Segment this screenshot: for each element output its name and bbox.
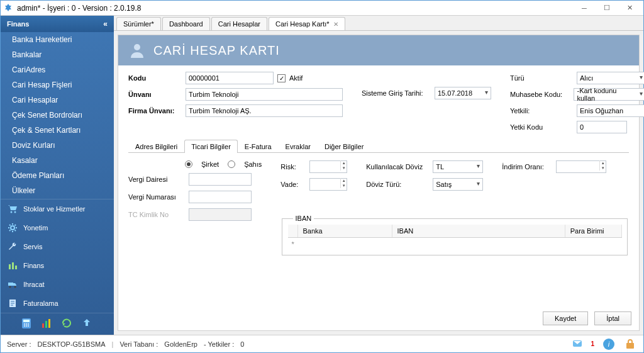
svg-rect-25 (626, 343, 634, 349)
close-button[interactable]: ✕ (618, 1, 641, 15)
vade-input[interactable] (309, 178, 347, 191)
truck-icon (7, 279, 18, 290)
chart-icon[interactable] (40, 317, 54, 331)
messages-icon[interactable] (572, 337, 586, 351)
module-ihracat[interactable]: Ihracat (1, 275, 114, 294)
tree-item[interactable]: Kasalar (1, 153, 114, 168)
svg-rect-4 (12, 262, 14, 269)
col-iban[interactable]: IBAN (392, 225, 565, 237)
grid-new-row[interactable]: * (288, 238, 622, 250)
sub-tab-active[interactable]: Ticari Bilgiler (184, 140, 238, 153)
sub-tab[interactable]: Diğer Bilgiler (318, 140, 370, 153)
sidebar-panel-header[interactable]: Finans « (1, 16, 114, 32)
turu-label: Türü (510, 74, 573, 82)
info-icon[interactable]: i (602, 337, 616, 351)
upload-icon[interactable] (80, 317, 94, 331)
yetki-value: 0 (240, 340, 244, 348)
svg-point-21 (134, 44, 140, 50)
sisteme-giris-label: Sisteme Giriş Tarihi: (362, 89, 431, 97)
tree-item[interactable]: Ödeme Planları (1, 168, 114, 183)
indirim-input[interactable] (556, 160, 606, 173)
sub-tab[interactable]: E-Fatura (238, 140, 279, 153)
module-faturalama[interactable]: Faturalama (1, 294, 114, 313)
tree-item[interactable]: Bankalar (1, 47, 114, 62)
refresh-icon[interactable] (60, 317, 74, 331)
vade-label: Vade: (280, 181, 306, 188)
new-row-icon: * (288, 240, 298, 248)
sub-tab[interactable]: Adres Bilgileri (128, 140, 184, 153)
module-servis[interactable]: Servis (1, 237, 114, 256)
module-stoklar[interactable]: Stoklar ve Hizmetler (1, 199, 114, 218)
col-para[interactable]: Para Birimi (565, 225, 622, 237)
iban-grid[interactable]: Banka IBAN Para Birimi * (288, 225, 622, 250)
doc-tab[interactable]: Dashboard (162, 17, 210, 30)
kodu-input[interactable] (186, 72, 274, 84)
titlebar: admin* - İşyeri : 0 - Version : 2.0.19.8… (1, 1, 643, 16)
tree-item[interactable]: Cari Hesap Fişleri (1, 77, 114, 92)
doc-tab[interactable]: Cari Hesaplar (211, 17, 267, 30)
module-yonetim[interactable]: Yonetim (1, 218, 114, 237)
module-finans[interactable]: Finans (1, 256, 114, 275)
unvani-input[interactable] (186, 88, 343, 101)
col-banka[interactable]: Banka (298, 225, 392, 237)
yetkili-input[interactable] (577, 104, 644, 117)
vergi-numarasi-label: Vergi Numarası (128, 193, 185, 201)
tree-item[interactable]: Çek & Senet Kartları (1, 123, 114, 138)
window-title: admin* - İşyeri : 0 - Version : 2.0.19.8 (17, 4, 573, 13)
muhasebe-kodu-select[interactable]: -Kart kodunu kullan (574, 88, 644, 101)
tree-item[interactable]: Cari Hesaplar (1, 92, 114, 108)
kullanilacak-doviz-select[interactable]: TL (433, 160, 483, 173)
doc-tab-label: Dashboard (169, 20, 203, 28)
vergi-dairesi-input[interactable] (189, 173, 252, 186)
doviz-turu-label: Döviz Türü: (366, 181, 429, 188)
server-value: DESKTOP-G51BSMA (38, 340, 106, 348)
firma-unvani-input[interactable] (186, 104, 343, 117)
tree-item[interactable]: CariAdres (1, 62, 114, 77)
sub-tab[interactable]: Evraklar (279, 140, 318, 153)
iban-legend: IBAN (293, 215, 314, 222)
doc-tab-active[interactable]: Cari Hesap Kartı* ✕ (269, 17, 345, 30)
risk-input[interactable] (309, 160, 347, 173)
doc-tab[interactable]: Sürümler* (116, 17, 161, 30)
page-header: CARİ HESAP KARTI (118, 35, 639, 65)
doc-tab-label: Cari Hesap Kartı* (275, 20, 330, 28)
main-area: Sürümler* Dashboard Cari Hesaplar Cari H… (114, 16, 643, 335)
svg-point-16 (26, 325, 27, 327)
muhasebe-kodu-label: Muhasebe Kodu: (510, 91, 570, 98)
svg-rect-3 (9, 264, 11, 269)
minimize-button[interactable]: ─ (573, 1, 596, 15)
document-tabs: Sürümler* Dashboard Cari Hesaplar Cari H… (114, 16, 643, 31)
sahis-radio[interactable] (228, 160, 235, 168)
aktif-checkbox[interactable]: ✓ (277, 74, 286, 82)
cancel-button[interactable]: İptal (594, 311, 631, 325)
firma-unvani-label: Firma Ünvanı: (128, 107, 182, 115)
doviz-turu-select[interactable]: Satış (433, 178, 483, 191)
page: CARİ HESAP KARTI Kodu ✓ Aktif (114, 31, 643, 335)
risk-label: Risk: (280, 163, 306, 171)
turu-select[interactable]: Alıcı (577, 72, 644, 84)
sirket-radio[interactable] (185, 160, 192, 168)
collapse-icon[interactable]: « (103, 20, 108, 28)
module-label: Finans (23, 262, 44, 269)
yetki-label: - Yetkiler : (204, 340, 234, 348)
calculator-icon[interactable] (20, 317, 34, 331)
yetki-kodu-input[interactable] (577, 121, 627, 133)
tree-item[interactable]: Doviz Kurları (1, 138, 114, 153)
action-bar: Kaydet İptal (118, 306, 639, 330)
tree-item[interactable]: Çek Senet Bordroları (1, 108, 114, 123)
close-icon[interactable]: ✕ (333, 21, 338, 28)
turu-value: Alıcı (580, 74, 593, 82)
vergi-numarasi-input[interactable] (189, 191, 252, 203)
tree-item[interactable]: Ülkeler (1, 183, 114, 198)
svg-point-7 (9, 286, 11, 288)
save-button[interactable]: Kaydet (543, 311, 588, 325)
tc-kimlik-label: TC Kimlik No (128, 211, 185, 218)
tree-item[interactable]: Banka Hareketleri (1, 32, 114, 47)
lock-icon[interactable] (623, 337, 637, 351)
app-window: admin* - İşyeri : 0 - Version : 2.0.19.8… (0, 0, 644, 353)
db-label: Veri Tabanı : (119, 340, 158, 348)
maximize-button[interactable]: ☐ (596, 1, 618, 15)
sisteme-giris-date[interactable]: 15.07.2018 (435, 87, 491, 99)
doc-tab-label: Cari Hesaplar (218, 20, 260, 28)
svg-rect-5 (15, 266, 17, 269)
